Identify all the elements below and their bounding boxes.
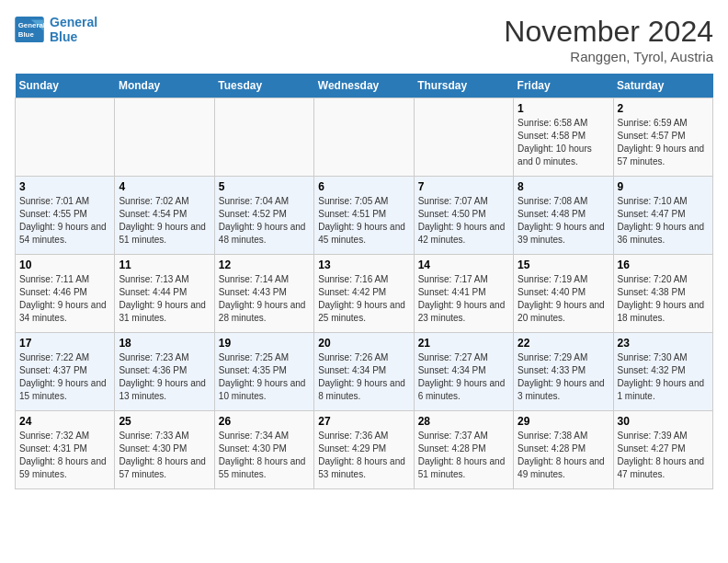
calendar-cell: 13Sunrise: 7:16 AMSunset: 4:42 PMDayligh… [314,255,414,333]
day-info: Sunrise: 7:01 AMSunset: 4:55 PMDaylight:… [19,195,110,247]
day-info: Sunrise: 7:02 AMSunset: 4:54 PMDaylight:… [119,195,210,247]
day-info: Sunrise: 7:36 AMSunset: 4:29 PMDaylight:… [318,430,409,481]
day-info: Sunrise: 7:37 AMSunset: 4:28 PMDaylight:… [418,430,509,481]
calendar-cell: 7Sunrise: 7:07 AMSunset: 4:50 PMDaylight… [414,177,513,255]
calendar-cell: 22Sunrise: 7:29 AMSunset: 4:33 PMDayligh… [514,333,613,411]
calendar-cell: 25Sunrise: 7:33 AMSunset: 4:30 PMDayligh… [115,411,214,489]
weekday-header-thursday: Thursday [414,74,513,98]
weekday-header-monday: Monday [115,74,214,98]
calendar-cell: 29Sunrise: 7:38 AMSunset: 4:28 PMDayligh… [514,411,613,489]
calendar-week-3: 17Sunrise: 7:22 AMSunset: 4:37 PMDayligh… [16,333,713,411]
weekday-header-tuesday: Tuesday [214,74,313,98]
day-number: 5 [219,180,310,193]
calendar-cell: 3Sunrise: 7:01 AMSunset: 4:55 PMDaylight… [16,177,115,255]
calendar-body: 1Sunrise: 6:58 AMSunset: 4:58 PMDaylight… [16,98,713,489]
day-number: 21 [418,337,509,350]
page-header: General Blue General Blue November 2024 … [15,15,713,64]
day-number: 19 [219,337,310,350]
day-number: 20 [318,337,409,350]
calendar-week-1: 3Sunrise: 7:01 AMSunset: 4:55 PMDaylight… [16,177,713,255]
day-info: Sunrise: 7:23 AMSunset: 4:36 PMDaylight:… [119,351,210,403]
logo-icon: General Blue [15,17,44,42]
day-number: 4 [119,180,210,193]
calendar-cell: 27Sunrise: 7:36 AMSunset: 4:29 PMDayligh… [314,411,414,489]
calendar-cell: 9Sunrise: 7:10 AMSunset: 4:47 PMDaylight… [613,177,712,255]
calendar-cell [214,98,313,177]
calendar-cell: 21Sunrise: 7:27 AMSunset: 4:34 PMDayligh… [414,333,513,411]
day-info: Sunrise: 7:16 AMSunset: 4:42 PMDaylight:… [318,273,409,325]
calendar-cell: 11Sunrise: 7:13 AMSunset: 4:44 PMDayligh… [115,255,214,333]
day-info: Sunrise: 7:32 AMSunset: 4:31 PMDaylight:… [19,430,110,481]
calendar-week-4: 24Sunrise: 7:32 AMSunset: 4:31 PMDayligh… [16,411,713,489]
month-title: November 2024 [504,15,713,49]
svg-text:Blue: Blue [18,30,35,39]
day-number: 18 [119,337,210,350]
day-info: Sunrise: 7:38 AMSunset: 4:28 PMDaylight:… [518,430,609,481]
calendar-cell: 24Sunrise: 7:32 AMSunset: 4:31 PMDayligh… [16,411,115,489]
day-info: Sunrise: 7:17 AMSunset: 4:41 PMDaylight:… [418,273,509,325]
day-info: Sunrise: 7:04 AMSunset: 4:52 PMDaylight:… [219,195,310,247]
day-info: Sunrise: 7:10 AMSunset: 4:47 PMDaylight:… [618,195,709,247]
day-number: 15 [518,259,609,271]
calendar-cell: 14Sunrise: 7:17 AMSunset: 4:41 PMDayligh… [414,255,513,333]
calendar-week-0: 1Sunrise: 6:58 AMSunset: 4:58 PMDaylight… [16,98,713,177]
location: Ranggen, Tyrol, Austria [504,49,713,64]
day-info: Sunrise: 7:07 AMSunset: 4:50 PMDaylight:… [418,195,509,247]
calendar-cell: 5Sunrise: 7:04 AMSunset: 4:52 PMDaylight… [214,177,313,255]
day-number: 2 [618,102,709,115]
day-number: 23 [618,337,709,350]
day-info: Sunrise: 7:13 AMSunset: 4:44 PMDaylight:… [119,273,210,325]
calendar-cell: 4Sunrise: 7:02 AMSunset: 4:54 PMDaylight… [115,177,214,255]
calendar-week-2: 10Sunrise: 7:11 AMSunset: 4:46 PMDayligh… [16,255,713,333]
day-info: Sunrise: 7:33 AMSunset: 4:30 PMDaylight:… [119,430,210,481]
logo-line1: General [50,15,97,29]
calendar-cell: 19Sunrise: 7:25 AMSunset: 4:35 PMDayligh… [214,333,313,411]
day-info: Sunrise: 7:27 AMSunset: 4:34 PMDaylight:… [418,351,509,403]
day-info: Sunrise: 7:29 AMSunset: 4:33 PMDaylight:… [518,351,609,403]
day-info: Sunrise: 7:22 AMSunset: 4:37 PMDaylight:… [19,351,110,403]
calendar-cell: 15Sunrise: 7:19 AMSunset: 4:40 PMDayligh… [514,255,613,333]
calendar-cell: 18Sunrise: 7:23 AMSunset: 4:36 PMDayligh… [115,333,214,411]
day-info: Sunrise: 7:19 AMSunset: 4:40 PMDaylight:… [518,273,609,325]
day-info: Sunrise: 7:26 AMSunset: 4:34 PMDaylight:… [318,351,409,403]
weekday-header-sunday: Sunday [16,74,115,98]
day-number: 14 [418,259,509,271]
calendar-cell: 28Sunrise: 7:37 AMSunset: 4:28 PMDayligh… [414,411,513,489]
calendar-cell: 20Sunrise: 7:26 AMSunset: 4:34 PMDayligh… [314,333,414,411]
calendar-table: SundayMondayTuesdayWednesdayThursdayFrid… [15,74,713,489]
svg-text:General: General [18,21,44,29]
day-info: Sunrise: 7:34 AMSunset: 4:30 PMDaylight:… [219,430,310,481]
calendar-cell: 10Sunrise: 7:11 AMSunset: 4:46 PMDayligh… [16,255,115,333]
day-number: 22 [518,337,609,350]
calendar-cell [314,98,414,177]
day-info: Sunrise: 7:30 AMSunset: 4:32 PMDaylight:… [618,351,709,403]
day-number: 11 [119,259,210,271]
calendar-cell [414,98,513,177]
day-number: 16 [618,259,709,271]
weekday-header-saturday: Saturday [613,74,712,98]
day-info: Sunrise: 7:39 AMSunset: 4:27 PMDaylight:… [618,430,709,481]
day-number: 7 [418,180,509,193]
weekday-header-row: SundayMondayTuesdayWednesdayThursdayFrid… [16,74,713,98]
logo: General Blue General Blue [15,15,97,44]
day-info: Sunrise: 7:25 AMSunset: 4:35 PMDaylight:… [219,351,310,403]
day-info: Sunrise: 7:05 AMSunset: 4:51 PMDaylight:… [318,195,409,247]
weekday-header-wednesday: Wednesday [314,74,414,98]
calendar-cell: 2Sunrise: 6:59 AMSunset: 4:57 PMDaylight… [613,98,712,177]
calendar-cell: 8Sunrise: 7:08 AMSunset: 4:48 PMDaylight… [514,177,613,255]
logo-line2: Blue [50,29,97,44]
day-number: 24 [19,415,110,428]
day-info: Sunrise: 7:08 AMSunset: 4:48 PMDaylight:… [518,195,609,247]
weekday-header-friday: Friday [514,74,613,98]
day-info: Sunrise: 6:58 AMSunset: 4:58 PMDaylight:… [518,117,609,168]
day-number: 25 [119,415,210,428]
calendar-cell: 17Sunrise: 7:22 AMSunset: 4:37 PMDayligh… [16,333,115,411]
calendar-cell: 12Sunrise: 7:14 AMSunset: 4:43 PMDayligh… [214,255,313,333]
day-number: 29 [518,415,609,428]
day-number: 17 [19,337,110,350]
day-number: 8 [518,180,609,193]
calendar-cell [115,98,214,177]
day-number: 6 [318,180,409,193]
day-number: 10 [19,259,110,271]
calendar-cell: 16Sunrise: 7:20 AMSunset: 4:38 PMDayligh… [613,255,712,333]
